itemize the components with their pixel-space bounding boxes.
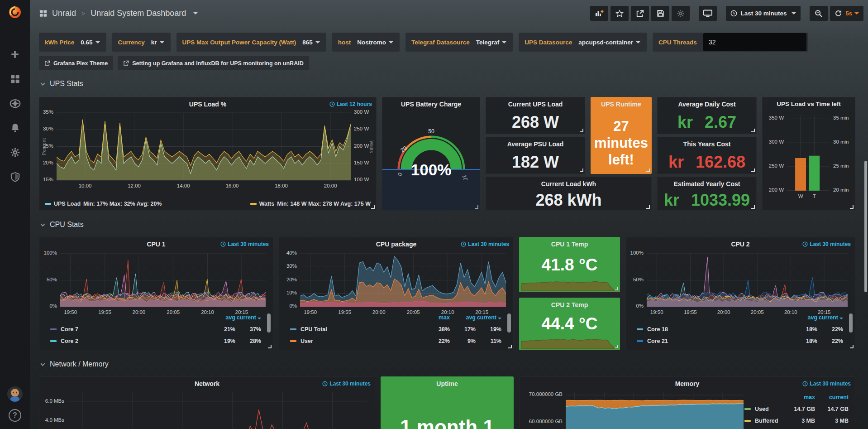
legend-series[interactable]: CPU Total	[290, 326, 424, 333]
panel-title[interactable]: UPS Load %	[39, 101, 376, 108]
legend-sort-avg[interactable]: avg	[450, 314, 476, 321]
legend-sort-avg[interactable]: avg	[210, 314, 235, 321]
legend-series[interactable]: Buffered	[744, 418, 785, 424]
refresh-picker[interactable]: 5s	[830, 6, 863, 21]
save-dashboard-button[interactable]	[651, 6, 669, 21]
time-range-picker[interactable]: Last 30 minutes	[726, 6, 800, 21]
axis-tick: 350 W	[763, 115, 784, 121]
panel-title[interactable]: UPS Load vs Time left	[763, 101, 855, 107]
star-dashboard-button[interactable]	[610, 6, 629, 21]
link-ups-monitoring-guide[interactable]: Setting up Grafana and InfluxDB for UPS …	[118, 56, 309, 70]
variable-label: CPU Threads	[658, 39, 697, 46]
panel-title[interactable]: Current Load kWh	[486, 180, 651, 188]
breadcrumb-separator: >	[81, 10, 85, 17]
legend-series[interactable]: Core 18	[637, 326, 792, 333]
panel-title[interactable]: UPS Battery Charge	[382, 101, 480, 108]
memory-legend: max current Used 14.7 GB 14.7 GB Buffere…	[744, 391, 849, 427]
variable-value-dropdown[interactable]: Nostromo	[357, 39, 398, 46]
legend-series[interactable]: Used	[744, 406, 785, 412]
legend-sort-max[interactable]: max	[424, 314, 450, 321]
legend-sort-avg[interactable]: avg	[792, 314, 817, 321]
dashboard-links: Grafana Plex Theme Setting up Grafana an…	[39, 56, 309, 70]
panel-title[interactable]: UPS Runtime	[591, 101, 651, 108]
legend-scrollbar[interactable]	[849, 313, 853, 333]
page-scrollbar[interactable]	[864, 161, 867, 292]
legend-item[interactable]: UPS Load Min: 17% Max: 32% Avg: 20%	[45, 201, 162, 207]
section-cpu-stats[interactable]: CPU Stats	[40, 221, 84, 229]
legend-series[interactable]: Core 21	[637, 338, 792, 344]
help-icon[interactable]: ?	[9, 409, 21, 422]
dashboard-settings-button[interactable]	[672, 6, 690, 21]
legend-scrollbar[interactable]	[507, 313, 511, 333]
legend-row: Core 18 18% 22%	[637, 323, 843, 335]
variable-telegraf-datasource: Telegraf Datasource Telegraf	[405, 33, 513, 52]
refresh-icon[interactable]	[835, 10, 842, 17]
stat-value: kr1033.99	[658, 191, 756, 210]
add-icon[interactable]	[6, 45, 24, 63]
legend-sort-current[interactable]: current	[476, 314, 501, 321]
legend-sort-current[interactable]: current	[235, 314, 261, 321]
server-admin-shield-icon[interactable]	[6, 168, 24, 186]
panel-time-range[interactable]: Last 30 minutes	[461, 241, 509, 247]
zoom-out-button[interactable]	[810, 6, 828, 21]
dashboard-title[interactable]: Unraid System Dashboard	[91, 9, 186, 18]
cycle-view-mode-button[interactable]	[699, 6, 717, 21]
section-ups-stats[interactable]: UPS Stats	[40, 80, 83, 88]
panel-time-range[interactable]: Last 30 minutes	[220, 241, 269, 247]
cpu2-legend: avg current Core 18 18% 22% Core 21 18% …	[637, 312, 843, 347]
legend-sort-max[interactable]: max	[785, 394, 815, 400]
panel-title[interactable]: Uptime	[381, 380, 513, 387]
legend-item[interactable]: Watts Min: 148 W Max: 278 W Avg: 175 W	[250, 201, 371, 207]
panel-time-range[interactable]: Last 12 hours	[329, 101, 372, 107]
variable-value-dropdown[interactable]: apcupsd-container	[578, 39, 645, 46]
panel-title[interactable]: Estimated Yearly Cost	[658, 180, 756, 188]
variable-value-dropdown[interactable]: Telegraf	[476, 39, 511, 46]
legend-series[interactable]: Core 7	[50, 326, 210, 333]
ups-load-chart[interactable]: 15%20%25%30%35%100 W150 W200 W250 W300 W…	[39, 97, 376, 210]
panel-time-range[interactable]: Last 30 minutes	[802, 381, 851, 387]
panel-time-range[interactable]: Last 30 minutes	[322, 381, 371, 387]
cpu-threads-input[interactable]	[703, 33, 806, 51]
legend-series[interactable]: User	[290, 338, 424, 344]
variable-value-dropdown[interactable]: 0.65	[81, 39, 104, 46]
variable-value-dropdown[interactable]: kr	[151, 39, 169, 46]
panel-title[interactable]: Average PSU Load	[486, 140, 585, 148]
stat-value: 27 minutes left!	[591, 118, 651, 168]
dashboards-icon[interactable]	[6, 70, 24, 88]
alerting-bell-icon[interactable]	[6, 119, 24, 137]
legend-sort-current[interactable]: current	[817, 314, 843, 321]
link-grafana-plex-theme[interactable]: Grafana Plex Theme	[39, 56, 113, 70]
chevron-down-icon	[40, 362, 46, 367]
add-panel-button[interactable]	[590, 6, 608, 21]
panel-current-load-kwh: Current Load kWh 268 kWh	[486, 177, 652, 211]
axis-tick: 20%	[279, 277, 297, 282]
section-network-memory[interactable]: Network / Memory	[40, 360, 109, 368]
legend-sort-current[interactable]: current	[815, 394, 849, 400]
panel-time-range[interactable]: Last 30 minutes	[802, 241, 851, 247]
legend-swatch	[744, 420, 751, 422]
dashboard-title-caret-icon[interactable]	[193, 12, 198, 14]
axis-tick: 50%	[626, 277, 644, 282]
breadcrumb-root[interactable]: Unraid	[52, 9, 76, 18]
user-avatar[interactable]	[7, 386, 23, 402]
variable-value-dropdown[interactable]: 865	[302, 39, 324, 46]
time-range-label: Last 30 minutes	[740, 10, 787, 17]
panel-title[interactable]: CPU 2 Temp	[520, 301, 620, 308]
ups-bars-chart[interactable]: 200 W250 W300 W350 W20 min25 min30 min35…	[763, 97, 855, 210]
legend-series[interactable]: Core 2	[50, 338, 210, 344]
axis-tick: 200 W	[763, 187, 784, 193]
axis-tick: 6.0 MBs	[39, 398, 64, 404]
panel-title[interactable]: Current UPS Load	[486, 101, 585, 108]
breadcrumb: Unraid > Unraid System Dashboard	[39, 9, 198, 18]
refresh-interval-label[interactable]: 5s	[846, 10, 852, 17]
grafana-logo-icon[interactable]	[7, 4, 23, 22]
share-dashboard-button[interactable]	[631, 6, 649, 21]
dashboard-grid-icon[interactable]	[39, 9, 48, 18]
legend-scrollbar[interactable]	[267, 313, 271, 333]
panel-title[interactable]: CPU 1 Temp	[520, 241, 620, 248]
panel-title[interactable]: Average Daily Cost	[658, 101, 756, 108]
panel-average-daily-cost: Average Daily Cost kr2.67	[657, 97, 757, 134]
configuration-gear-icon[interactable]	[6, 143, 24, 161]
panel-title[interactable]: This Years Cost	[658, 140, 756, 148]
explore-icon[interactable]	[6, 94, 24, 112]
